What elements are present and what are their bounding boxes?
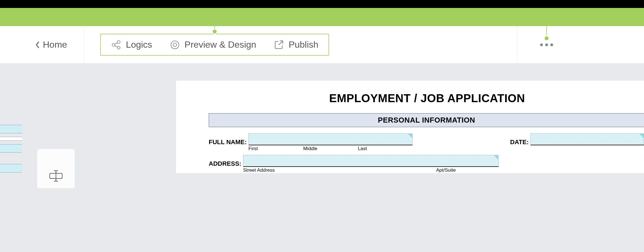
date-field-group <box>530 133 644 145</box>
sublabel-apt: Apt/Suite <box>436 167 499 173</box>
nav-buttons-container: Logics Preview & Design Publish <box>100 34 329 56</box>
section-header-personal-info: PERSONAL INFORMATION <box>209 113 644 127</box>
logics-label: Logics <box>126 39 152 50</box>
svg-point-6 <box>173 43 177 47</box>
full-name-label: FULL NAME: <box>209 133 248 146</box>
main-toolbar: Home Logics Pr <box>0 26 644 64</box>
share-nodes-icon <box>111 40 121 50</box>
address-row: ADDRESS: Street Address Apt/Suite <box>209 155 644 173</box>
external-link-icon <box>274 40 284 50</box>
field-corner-marker <box>639 133 644 138</box>
callout-banner <box>0 8 644 26</box>
sublabel-last: Last <box>358 146 413 152</box>
svg-point-5 <box>171 41 179 49</box>
home-section: Home <box>0 26 84 63</box>
strip-line <box>0 137 22 141</box>
strip-field <box>0 144 22 153</box>
sublabel-street: Street Address <box>243 167 436 173</box>
svg-line-7 <box>279 41 283 45</box>
publish-label: Publish <box>288 39 318 50</box>
svg-line-4 <box>115 45 118 47</box>
target-icon <box>170 40 180 50</box>
field-corner-marker <box>407 133 413 138</box>
callout-dot <box>212 29 218 34</box>
more-menu-wrap <box>540 43 553 46</box>
preview-design-button[interactable]: Preview & Design <box>170 39 256 50</box>
home-label: Home <box>43 39 67 50</box>
strip-field <box>0 164 22 173</box>
preview-label: Preview & Design <box>185 39 256 50</box>
workspace: EMPLOYMENT / JOB APPLICATION PERSONAL IN… <box>0 64 644 252</box>
sublabel-first: First <box>248 146 303 152</box>
text-field-tool[interactable] <box>37 149 75 188</box>
dot-icon <box>540 43 543 46</box>
callout-dot <box>544 35 549 41</box>
date-input[interactable] <box>530 133 644 145</box>
dot-icon <box>545 43 548 46</box>
full-name-row: FULL NAME: First Middle Last DATE: <box>209 133 644 152</box>
address-field-group: Street Address Apt/Suite <box>243 155 644 173</box>
window-titlebar <box>0 0 644 8</box>
address-label: ADDRESS: <box>209 155 243 167</box>
left-document-strip <box>0 125 22 176</box>
date-label: DATE: <box>510 133 530 146</box>
svg-point-1 <box>117 41 120 43</box>
more-section <box>517 26 553 63</box>
svg-point-0 <box>112 43 115 46</box>
full-name-field-group: First Middle Last <box>248 133 507 152</box>
home-button[interactable]: Home <box>35 39 67 50</box>
svg-point-2 <box>117 46 120 49</box>
publish-button[interactable]: Publish <box>274 39 318 50</box>
strip-field <box>0 125 22 133</box>
dot-icon <box>550 43 553 46</box>
nav-buttons-highlight-box: Logics Preview & Design Publish <box>100 34 329 56</box>
svg-line-3 <box>115 43 118 44</box>
date-group: DATE: <box>510 133 644 146</box>
chevron-left-icon <box>35 41 39 48</box>
sublabel-middle: Middle <box>303 146 358 152</box>
address-input[interactable] <box>243 155 499 167</box>
full-name-input[interactable] <box>248 133 413 145</box>
text-field-icon <box>49 168 63 182</box>
form-title: EMPLOYMENT / JOB APPLICATION <box>176 92 644 105</box>
field-corner-marker <box>494 155 499 160</box>
more-menu-button[interactable] <box>540 43 553 46</box>
logics-button[interactable]: Logics <box>111 39 152 50</box>
form-document-canvas[interactable]: EMPLOYMENT / JOB APPLICATION PERSONAL IN… <box>176 81 644 173</box>
